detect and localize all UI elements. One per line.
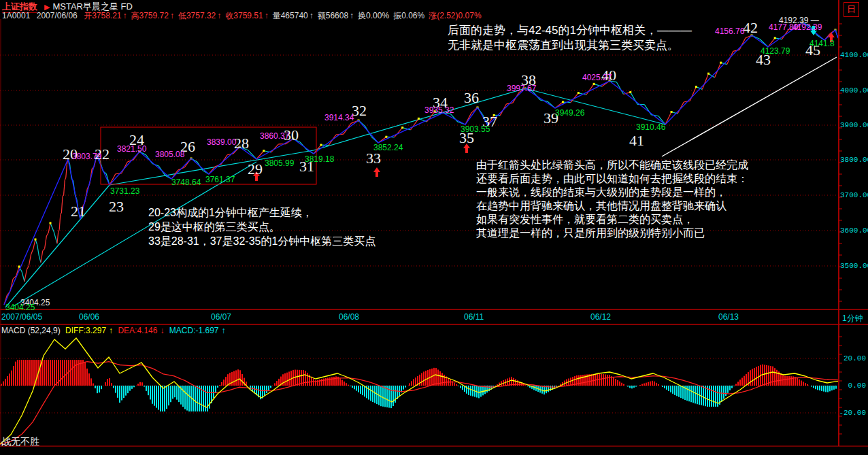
quote-field-额: 额56608 xyxy=(318,11,348,20)
arrow-icon: ↑ xyxy=(310,11,314,20)
quote-field-振: 振0.06% xyxy=(393,11,424,20)
mstar-app-window: { "header": { "index_name": "上证指数", "fla… xyxy=(0,0,868,455)
dea-arrow-icon: ↓ xyxy=(160,326,164,335)
arrow-icon: ↑ xyxy=(217,11,221,20)
quote-field-低: 低3757.32 xyxy=(178,11,216,20)
arrow-icon: ↑ xyxy=(170,11,174,20)
dea-value: DEA:4.146 xyxy=(118,326,157,335)
period-day-icon[interactable]: 日 xyxy=(844,2,859,17)
quote-bar: 1A0001 2007/06/06 开3758.21↑高3759.72↑低375… xyxy=(2,10,486,22)
quote-date: 2007/06/06 xyxy=(37,11,78,20)
stock-code: 1A0001 xyxy=(2,11,30,20)
macd-params: MACD (52,24,9) xyxy=(1,326,61,335)
period-label[interactable]: 1分钟 xyxy=(842,313,863,324)
arrow-icon: ↑ xyxy=(265,11,269,20)
arrow-icon: ↑ xyxy=(123,11,127,20)
macd-arrow-icon: ↑ xyxy=(222,326,226,335)
quote-field-量: 量465740 xyxy=(273,11,308,20)
chart-canvas[interactable] xyxy=(0,0,868,455)
quote-field-收: 收3759.51 xyxy=(225,11,263,20)
arrow-icon: ↑ xyxy=(350,11,354,20)
quote-field-开: 开3758.21 xyxy=(84,11,121,20)
macd-value: MACD:-1.697 xyxy=(169,326,219,335)
diff-value: DIFF:3.297 xyxy=(65,326,106,335)
watermark: 战无不胜 xyxy=(1,436,39,448)
quote-field-换: 换0.00% xyxy=(358,11,389,20)
quote-field-涨: 涨(2.52)0.07% xyxy=(429,11,481,20)
quote-field-高: 高3759.72 xyxy=(131,11,169,20)
macd-caption: MACD (52,24,9) DIFF:3.297↑ DEA:4.146↓ MA… xyxy=(1,326,229,335)
diff-arrow-icon: ↑ xyxy=(109,326,113,335)
